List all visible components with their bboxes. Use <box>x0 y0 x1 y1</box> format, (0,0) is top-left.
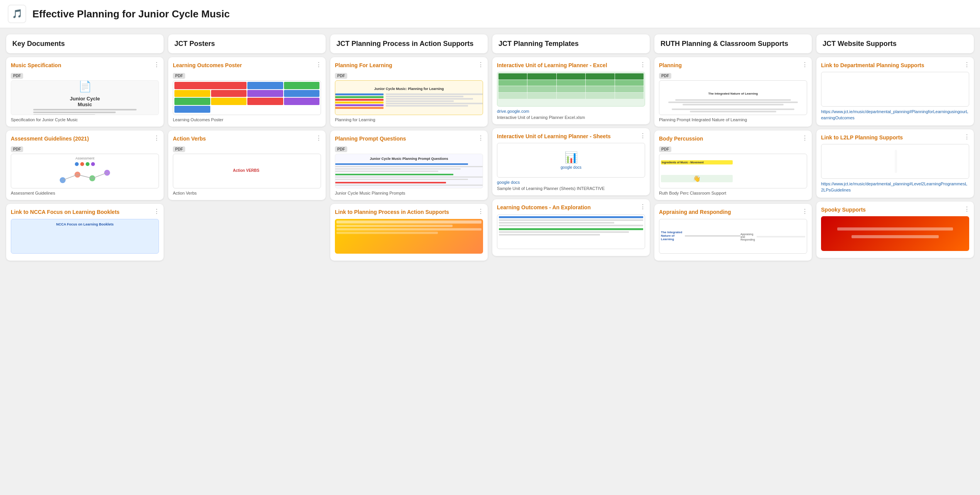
card-label: Learning Outcomes Poster <box>173 117 321 122</box>
card-label: Assessment Guidelines <box>11 191 159 195</box>
column-jct-posters: JCT Posters⋮Learning Outcomes PosterPDF <box>168 34 326 261</box>
column-ruth-supports: RUTH Planning & Classroom Supports⋮Plann… <box>654 34 812 261</box>
card-menu-icon[interactable]: ⋮ <box>478 134 484 142</box>
card-title-planning-prompt: Planning Prompt Questions <box>335 135 483 142</box>
column-jct-templates: JCT Planning Templates⋮Interactive Unit … <box>492 34 650 261</box>
card-title-departmental-planning: Link to Departmental Planning Supports <box>821 62 969 69</box>
card-music-spec[interactable]: ⋮Music SpecificationPDF 📄 Junior CycleMu… <box>6 57 164 127</box>
card-thumb-ncca-booklets: NCCA Focus on Learning Booklets <box>11 219 159 254</box>
card-title-unit-planner-excel: Interactive Unit of Learning Planner - E… <box>497 62 645 69</box>
app-title: Effective Planning for Junior Cycle Musi… <box>32 8 230 20</box>
card-appraising-responding[interactable]: ⋮Appraising and Responding The Integrate… <box>654 204 812 260</box>
card-thumb-learning-outcomes-exploration <box>497 214 645 249</box>
card-label: Specification for Junior Cycle Music <box>11 117 159 122</box>
card-label: Ruth Body Perc Classroom Support <box>659 191 807 195</box>
card-label: Interactive Unit of Learning Planner Exc… <box>497 115 645 120</box>
card-link-text: https://www.jct.ie/music/departmental_pl… <box>821 109 969 121</box>
card-menu-icon[interactable]: ⋮ <box>802 208 808 215</box>
card-menu-icon[interactable]: ⋮ <box>640 203 646 210</box>
svg-line-4 <box>63 175 77 180</box>
column-key-documents: Key Documents⋮Music SpecificationPDF 📄 J… <box>6 34 164 261</box>
column-header-ruth-supports: RUTH Planning & Classroom Supports <box>654 34 812 53</box>
card-learning-outcomes-poster[interactable]: ⋮Learning Outcomes PosterPDF <box>168 57 326 127</box>
column-header-jct-posters: JCT Posters <box>168 34 326 53</box>
card-label: Planning for Learning <box>335 117 483 122</box>
card-thumb-departmental-planning <box>821 72 969 107</box>
card-learning-outcomes-exploration[interactable]: ⋮Learning Outcomes - An Exploration <box>492 199 650 256</box>
column-planning-action: JCT Planning Process in Action Supports⋮… <box>330 34 488 261</box>
card-menu-icon[interactable]: ⋮ <box>316 134 322 142</box>
card-link-text: https://www.jct.ie/music/departmental_pl… <box>821 181 969 193</box>
card-thumb-planning-ruth: The Integrated Nature of Learning <box>659 80 807 115</box>
card-title-learning-outcomes-exploration: Learning Outcomes - An Exploration <box>497 204 645 211</box>
svg-point-0 <box>60 177 66 183</box>
card-thumb-spooky-supports <box>821 216 969 251</box>
card-l2lp-planning[interactable]: ⋮Link to L2LP Planning Supports https://… <box>816 129 974 198</box>
column-header-planning-action: JCT Planning Process in Action Supports <box>330 34 488 53</box>
card-menu-icon[interactable]: ⋮ <box>154 208 160 215</box>
svg-line-6 <box>92 173 107 178</box>
card-planning-ruth[interactable]: ⋮PlanningPDF The Integrated Nature of Le… <box>654 57 812 127</box>
card-thumb-assessment-guidelines: Assessment <box>11 154 159 188</box>
app-header: 🎵 Effective Planning for Junior Cycle Mu… <box>0 0 980 28</box>
card-thumb-action-verbs: Action VERBS <box>173 154 321 188</box>
column-header-jct-templates: JCT Planning Templates <box>492 34 650 53</box>
card-title-link-planning-action: Link to Planning Process in Action Suppo… <box>335 209 483 215</box>
card-menu-icon[interactable]: ⋮ <box>316 61 322 68</box>
card-thumb-l2lp-planning <box>821 144 969 179</box>
main-content: Key Documents⋮Music SpecificationPDF 📄 J… <box>0 28 980 267</box>
column-header-jct-website: JCT Website Supports <box>816 34 974 53</box>
card-menu-icon[interactable]: ⋮ <box>964 61 970 68</box>
card-menu-icon[interactable]: ⋮ <box>154 134 160 142</box>
card-badge: PDF <box>11 146 23 152</box>
card-assessment-guidelines[interactable]: ⋮Assessment Guidelines (2021)PDF Assessm… <box>6 131 164 200</box>
card-thumb-music-spec: 📄 Junior CycleMusic <box>11 80 159 115</box>
card-thumb-body-percussion: Ingredients of Music - Movement 👋 <box>659 154 807 188</box>
card-label: Sample Unit of Learning Planner (Sheets)… <box>497 186 645 191</box>
card-planning-prompt[interactable]: ⋮Planning Prompt QuestionsPDF Junior Cyc… <box>330 131 488 200</box>
column-header-key-documents: Key Documents <box>6 34 164 53</box>
card-title-assessment-guidelines: Assessment Guidelines (2021) <box>11 135 159 142</box>
card-title-appraising-responding: Appraising and Responding <box>659 209 807 215</box>
card-thumb-planning-prompt: Junior Cycle Music Planning Prompt Quest… <box>335 154 483 188</box>
column-jct-website: JCT Website Supports⋮Link to Departmenta… <box>816 34 974 261</box>
card-link-planning-action[interactable]: ⋮Link to Planning Process in Action Supp… <box>330 204 488 260</box>
card-badge: PDF <box>11 73 23 79</box>
card-sublabel: google docs <box>497 180 645 185</box>
card-spooky-supports[interactable]: ⋮Spooky Supports <box>816 202 974 258</box>
card-ncca-booklets[interactable]: ⋮Link to NCCA Focus on Learning Booklets… <box>6 204 164 260</box>
card-badge: PDF <box>659 73 671 79</box>
card-departmental-planning[interactable]: ⋮Link to Departmental Planning Supports … <box>816 57 974 125</box>
card-menu-icon[interactable]: ⋮ <box>640 61 646 68</box>
card-unit-planner-sheets[interactable]: ⋮Interactive Unit of Learning Planner - … <box>492 128 650 195</box>
card-thumb-unit-planner-excel <box>497 72 645 107</box>
card-menu-icon[interactable]: ⋮ <box>640 132 646 139</box>
app-logo: 🎵 <box>8 5 26 23</box>
card-title-planning-for-learning: Planning For Learning <box>335 62 483 69</box>
card-badge: PDF <box>335 73 347 79</box>
card-badge: PDF <box>659 146 671 152</box>
card-menu-icon[interactable]: ⋮ <box>478 61 484 68</box>
card-thumb-unit-planner-sheets: 📊 google docs <box>497 143 645 178</box>
card-menu-icon[interactable]: ⋮ <box>964 205 970 213</box>
card-thumb-learning-outcomes-poster <box>173 80 321 115</box>
card-label: Junior Cycle Music Planning Prompts <box>335 191 483 195</box>
card-menu-icon[interactable]: ⋮ <box>802 61 808 68</box>
card-label: Planning Prompt Integrated Nature of Lea… <box>659 117 807 122</box>
card-menu-icon[interactable]: ⋮ <box>964 133 970 141</box>
card-action-verbs[interactable]: ⋮Action VerbsPDF Action VERBS Action Ver… <box>168 131 326 200</box>
card-thumb-planning-for-learning: Junior Cycle Music: Planning for Learnin… <box>335 80 483 115</box>
card-planning-for-learning[interactable]: ⋮Planning For LearningPDF Junior Cycle M… <box>330 57 488 127</box>
card-menu-icon[interactable]: ⋮ <box>154 61 160 68</box>
card-body-percussion[interactable]: ⋮Body PercussionPDF Ingredients of Music… <box>654 131 812 200</box>
card-title-planning-ruth: Planning <box>659 62 807 69</box>
card-badge: PDF <box>335 146 347 152</box>
card-menu-icon[interactable]: ⋮ <box>478 208 484 215</box>
card-menu-icon[interactable]: ⋮ <box>802 134 808 142</box>
card-badge: PDF <box>173 73 185 79</box>
card-unit-planner-excel[interactable]: ⋮Interactive Unit of Learning Planner - … <box>492 57 650 124</box>
card-badge: PDF <box>173 146 185 152</box>
card-title-body-percussion: Body Percussion <box>659 135 807 142</box>
card-sublabel: drive.google.com <box>497 109 645 114</box>
card-title-learning-outcomes-poster: Learning Outcomes Poster <box>173 62 321 69</box>
